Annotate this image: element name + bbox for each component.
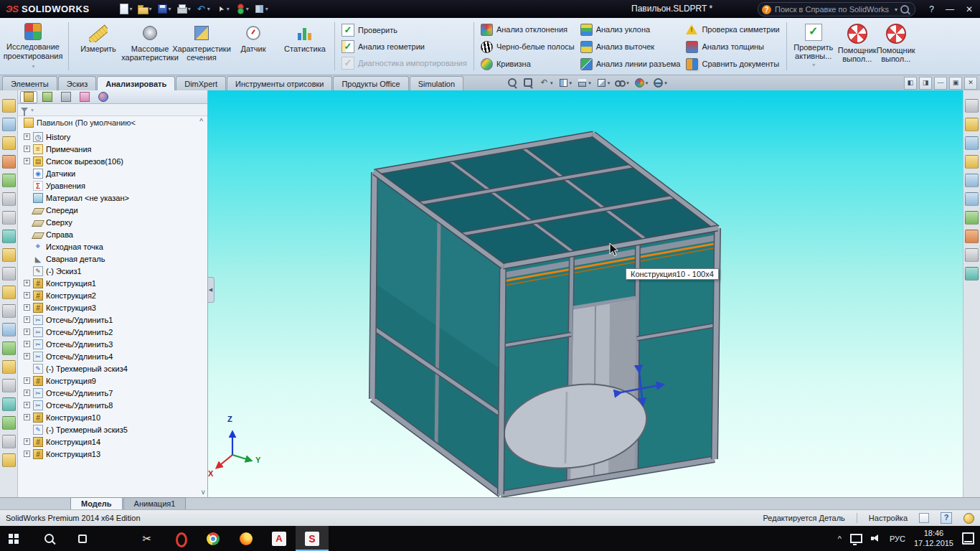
tree-item[interactable]: + Датчики bbox=[18, 167, 204, 179]
quick-access-button[interactable]: ▾ bbox=[175, 3, 192, 15]
tree-item[interactable]: + Отсечь/Удлинить3 bbox=[18, 338, 204, 350]
heads-up-button[interactable]: ▾ bbox=[596, 77, 611, 88]
tree-item[interactable]: + (-) Трехмерный эскиз4 bbox=[18, 362, 204, 375]
expander-icon[interactable]: + bbox=[24, 390, 30, 396]
quick-access-button[interactable]: ▾ bbox=[214, 3, 231, 15]
tree-item[interactable]: + Конструкция10 bbox=[18, 411, 204, 423]
ribbon-check-button[interactable]: Анализ геометрии bbox=[341, 40, 467, 53]
tree-item[interactable]: + Отсечь/Удлинить4 bbox=[18, 350, 204, 362]
left-toolbar-icon[interactable] bbox=[2, 248, 16, 262]
ribbon-analysis-button[interactable]: Черно-белые полосы bbox=[481, 41, 575, 53]
right-toolbar-icon[interactable] bbox=[965, 99, 979, 113]
left-toolbar-icon[interactable] bbox=[2, 230, 16, 243]
taskbar-app-button[interactable] bbox=[131, 526, 164, 551]
right-toolbar-icon[interactable] bbox=[965, 211, 979, 225]
left-toolbar-icon[interactable] bbox=[2, 155, 16, 169]
ribbon-tool-button[interactable]: Датчик bbox=[227, 20, 279, 72]
right-toolbar-icon[interactable] bbox=[965, 136, 979, 150]
panel-tab[interactable] bbox=[57, 91, 75, 103]
action-center-icon[interactable] bbox=[962, 532, 974, 545]
start-button[interactable] bbox=[0, 526, 33, 551]
document-close-icon[interactable]: ✕ bbox=[964, 77, 977, 90]
document-restore-icon[interactable]: ▣ bbox=[949, 77, 962, 90]
chevron-down-icon[interactable]: ▾ bbox=[895, 6, 897, 13]
viewport-split-right-icon[interactable]: ◨ bbox=[919, 77, 932, 90]
right-toolbar-icon[interactable] bbox=[965, 118, 979, 131]
quick-access-button[interactable]: ▾ bbox=[117, 3, 134, 15]
ribbon-tool-button[interactable]: Измерить bbox=[72, 20, 124, 72]
help-button[interactable]: ? bbox=[929, 4, 934, 14]
right-toolbar-icon[interactable] bbox=[965, 230, 979, 243]
tree-item[interactable]: + Конструкция2 bbox=[18, 289, 204, 301]
commandmanager-tab[interactable]: Эскиз bbox=[58, 76, 96, 90]
document-tab[interactable]: Анимация1 bbox=[123, 497, 187, 509]
tree-item[interactable]: + Конструкция1 bbox=[18, 277, 204, 289]
ribbon-analysis-button[interactable]: Анализ отклонения bbox=[481, 24, 575, 36]
expander-icon[interactable]: + bbox=[24, 133, 30, 140]
tree-item[interactable]: + (-) Трехмерный эскиз5 bbox=[18, 423, 204, 435]
tree-item[interactable]: + Сверху bbox=[18, 216, 204, 228]
analysis-helper-button[interactable]: Помощник выпол... bbox=[838, 20, 877, 72]
tree-filter-bar[interactable]: ▾ bbox=[18, 104, 207, 116]
left-toolbar-icon[interactable] bbox=[2, 360, 16, 374]
tree-item[interactable]: + Отсечь/Удлинить1 bbox=[18, 314, 204, 326]
left-toolbar-icon[interactable] bbox=[2, 397, 16, 411]
left-toolbar-icon[interactable] bbox=[2, 323, 16, 336]
quick-access-button[interactable]: ▾ bbox=[194, 3, 212, 15]
tree-root-item[interactable]: Павильон (По умолчанию< ^ bbox=[18, 116, 207, 129]
ribbon-check-button[interactable]: Диагностика импортирования bbox=[341, 57, 467, 70]
left-toolbar-icon[interactable] bbox=[2, 286, 16, 299]
right-toolbar-icon[interactable] bbox=[965, 155, 979, 169]
quick-access-button[interactable]: ▾ bbox=[136, 3, 154, 15]
expander-icon[interactable]: + bbox=[24, 353, 30, 359]
right-toolbar-icon[interactable] bbox=[965, 248, 979, 262]
left-toolbar-icon[interactable] bbox=[2, 174, 16, 187]
commandmanager-tab[interactable]: Simulation bbox=[410, 76, 463, 90]
ribbon-analysis-button[interactable]: Анализ линии разъема bbox=[580, 58, 681, 70]
heads-up-button[interactable]: ▾ bbox=[523, 77, 534, 88]
graphics-area[interactable]: Конструкция10 - 100x4 Z X Y ◀ bbox=[208, 90, 963, 497]
left-toolbar-icon[interactable] bbox=[2, 118, 16, 131]
ribbon-analysis-button[interactable]: Проверка симметрии bbox=[686, 24, 779, 36]
taskbar-app-button[interactable] bbox=[230, 526, 263, 551]
expander-icon[interactable]: + bbox=[24, 146, 30, 152]
heads-up-button[interactable]: ▾ bbox=[634, 77, 649, 88]
ribbon-analysis-button[interactable]: Анализ уклона bbox=[580, 24, 681, 36]
expander-icon[interactable]: + bbox=[24, 329, 30, 335]
ribbon-analysis-button[interactable]: Анализ выточек bbox=[580, 41, 681, 53]
tree-item[interactable]: + Конструкция3 bbox=[18, 301, 204, 314]
left-toolbar-icon[interactable] bbox=[2, 304, 16, 318]
panel-tab[interactable] bbox=[76, 91, 93, 103]
analysis-helper-button[interactable]: Помощник выпол... bbox=[877, 20, 915, 72]
commandmanager-tab[interactable]: Элементы bbox=[2, 76, 57, 90]
left-toolbar-icon[interactable] bbox=[2, 453, 16, 467]
commandmanager-tab[interactable]: DimXpert bbox=[176, 76, 226, 90]
expander-icon[interactable]: + bbox=[24, 377, 30, 384]
tree-item[interactable]: + Примечания bbox=[18, 143, 204, 155]
task-view-button[interactable] bbox=[66, 526, 99, 551]
expander-icon[interactable]: + bbox=[24, 438, 30, 445]
tree-item[interactable]: + Материал <не указан> bbox=[18, 192, 204, 204]
ribbon-analysis-button[interactable]: Кривизна bbox=[481, 58, 575, 70]
expander-icon[interactable]: + bbox=[24, 414, 30, 420]
tree-item[interactable]: + Сварная деталь bbox=[18, 253, 204, 265]
close-button[interactable]: ✕ bbox=[966, 4, 973, 14]
document-tab[interactable]: Модель bbox=[70, 497, 123, 509]
panel-tab[interactable] bbox=[39, 91, 56, 103]
heads-up-button[interactable]: ▾ bbox=[653, 77, 667, 88]
left-toolbar-icon[interactable] bbox=[2, 267, 16, 281]
tree-item[interactable]: + Конструкция9 bbox=[18, 375, 204, 387]
customize-label[interactable]: Настройка bbox=[869, 514, 908, 522]
language-indicator[interactable]: РУС bbox=[890, 534, 905, 543]
left-toolbar-icon[interactable] bbox=[2, 416, 16, 430]
right-toolbar-icon[interactable] bbox=[965, 192, 979, 206]
heads-up-button[interactable]: ▾ bbox=[558, 77, 573, 88]
commandmanager-tab[interactable]: Анализировать bbox=[97, 76, 175, 90]
heads-up-button[interactable]: ▾ bbox=[539, 77, 553, 88]
tree-item[interactable]: + Уравнения bbox=[18, 179, 204, 192]
ribbon-analysis-button[interactable]: Анализ толщины bbox=[686, 41, 779, 53]
left-toolbar-icon[interactable] bbox=[2, 192, 16, 206]
tree-item[interactable]: + Отсечь/Удлинить8 bbox=[18, 399, 204, 411]
quick-access-button[interactable]: ▾ bbox=[156, 3, 173, 15]
expander-icon[interactable]: + bbox=[24, 280, 30, 286]
